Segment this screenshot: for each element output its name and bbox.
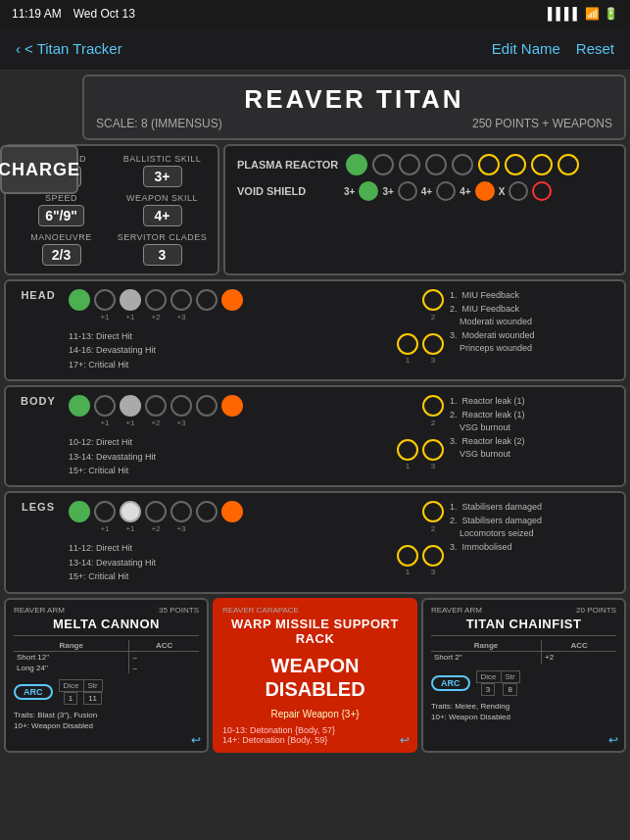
head-c6[interactable] [196, 289, 218, 311]
status-time: 11:19 AM [12, 7, 62, 21]
body-c4[interactable] [145, 395, 167, 417]
body-c3[interactable] [120, 395, 141, 417]
damage-sections: HEAD [4, 279, 626, 594]
melta-acc-header: ACC [129, 640, 199, 652]
legs-c5[interactable] [170, 501, 192, 522]
warp-back-icon[interactable]: ↩ [400, 733, 410, 747]
head-c2[interactable] [94, 289, 116, 311]
melta-range-1: Short 12" [14, 651, 129, 663]
signal-icon: ▌▌▌▌ [548, 7, 581, 21]
reactor-circle-8[interactable] [531, 154, 553, 175]
head-c1[interactable] [69, 289, 90, 311]
legs-c7[interactable] [221, 501, 243, 522]
melta-trait: Traits: Blast (3"), Fusion [14, 711, 199, 719]
chainfist-range-header: Range [431, 640, 542, 652]
legs-c1[interactable] [69, 501, 90, 522]
body-c2[interactable] [94, 395, 116, 417]
charge-button[interactable]: CHARGE [0, 145, 78, 194]
weapon-warp: REAVER CARAPACE WARP MISSILE SUPPORT RAC… [213, 598, 417, 753]
head-left-circles [69, 289, 243, 311]
head-circles-row [69, 289, 444, 311]
legs-effects: 1. Stabilisers damaged 2. Stabilisers da… [450, 501, 616, 583]
table-row: Short 2" +2 [431, 651, 616, 663]
head-c3[interactable] [120, 289, 141, 311]
legs-cb2[interactable] [422, 545, 444, 567]
shield-circle-2[interactable] [398, 181, 417, 201]
reactor-box: PLASMA REACTOR VOID SHIELD 3+ [223, 144, 626, 275]
body-cb1[interactable] [397, 439, 418, 461]
body-c1[interactable] [69, 395, 90, 417]
head-cb1[interactable] [397, 333, 418, 355]
status-icons: ▌▌▌▌ 📶 🔋 [548, 7, 618, 21]
table-row [431, 663, 616, 665]
stat-weapon: WEAPON SKILL 4+ [115, 193, 210, 226]
shield-values: 3+ 3+ 4+ 4+ X [344, 181, 552, 201]
head-c5[interactable] [170, 289, 192, 311]
reactor-circle-1[interactable] [346, 154, 367, 175]
melta-table: Range ACC Short 12" – Long 24" – [14, 640, 199, 673]
melta-back-icon[interactable]: ↩ [191, 733, 201, 747]
reactor-circle-2[interactable] [372, 154, 394, 175]
reactor-circle-4[interactable] [425, 154, 447, 175]
nav-bar: ‹ < Titan Tracker Edit Name Reset [0, 27, 630, 71]
head-c7[interactable] [221, 289, 243, 311]
chainfist-acc-1: +2 [542, 651, 616, 663]
legs-cb1[interactable] [397, 545, 418, 567]
body-c7[interactable] [221, 395, 243, 417]
back-button[interactable]: ‹ < Titan Tracker [16, 40, 122, 57]
shield-circle-6[interactable] [532, 181, 552, 201]
warp-disabled-text: WEAPONDISABLED [222, 654, 408, 701]
titan-scale: SCALE: 8 (IMMENSUS) [96, 117, 222, 130]
stat-servitor: SERVITOR CLADES 3 [115, 232, 210, 266]
reactor-circle-6[interactable] [478, 154, 500, 175]
legs-c4[interactable] [145, 501, 167, 522]
status-bar: 11:19 AM Wed Oct 13 ▌▌▌▌ 📶 🔋 [0, 0, 630, 27]
reactor-circle-9[interactable] [557, 154, 579, 175]
head-c4[interactable] [145, 289, 167, 311]
chainfist-points: 20 POINTS [576, 606, 616, 615]
shield-circle-1[interactable] [359, 181, 378, 201]
chainfist-arc[interactable]: ARC [431, 675, 470, 691]
shield-row: VOID SHIELD 3+ 3+ 4+ 4+ X [237, 181, 612, 201]
stat-speed: SPEED 6"/9" [14, 193, 109, 226]
legs-label: LEGS [22, 501, 55, 513]
reactor-label: PLASMA REACTOR [237, 159, 340, 171]
body-label: BODY [21, 395, 56, 407]
chainfist-range-2 [431, 663, 542, 665]
shield-circle-3[interactable] [436, 181, 456, 201]
shield-circle-4[interactable] [475, 181, 495, 201]
body-c6[interactable] [196, 395, 218, 417]
chainfist-back-icon[interactable]: ↩ [608, 733, 618, 747]
shield-circle-5[interactable] [509, 181, 528, 201]
reactor-circle-7[interactable] [505, 154, 526, 175]
melta-acc-1: – [129, 651, 199, 663]
head-cr1[interactable] [422, 289, 444, 311]
wifi-icon: 📶 [585, 7, 600, 21]
chainfist-dice: 3 [481, 683, 495, 696]
chainfist-title: TITAN CHAINFIST [431, 617, 616, 631]
reactor-circle-5[interactable] [452, 154, 473, 175]
edit-name-button[interactable]: Edit Name [492, 40, 560, 57]
body-circles-row [69, 395, 444, 417]
legs-cr1[interactable] [422, 501, 444, 522]
nav-actions: Edit Name Reset [492, 40, 614, 57]
melta-range-2: Long 24" [14, 663, 129, 673]
melta-arc[interactable]: ARC [14, 684, 53, 700]
body-c5[interactable] [170, 395, 192, 417]
legs-c2[interactable] [94, 501, 116, 522]
legs-c3[interactable] [120, 501, 141, 522]
melta-title: MELTA CANNON [14, 617, 199, 631]
shield-label: VOID SHIELD [237, 185, 340, 197]
legs-c6[interactable] [196, 501, 218, 522]
head-section: HEAD [4, 279, 626, 381]
reactor-circle-3[interactable] [399, 154, 420, 175]
weapon-chainfist: REAVER ARM 20 POINTS TITAN CHAINFIST Ran… [421, 598, 626, 753]
head-cb2[interactable] [422, 333, 444, 355]
legs-left-circles [69, 501, 243, 522]
body-cr1[interactable] [422, 395, 444, 417]
reset-button[interactable]: Reset [576, 40, 614, 57]
body-cb2[interactable] [422, 439, 444, 461]
body-section: BODY [4, 385, 626, 487]
melta-type: REAVER ARM [14, 606, 65, 615]
melta-points: 35 POINTS [159, 606, 199, 615]
